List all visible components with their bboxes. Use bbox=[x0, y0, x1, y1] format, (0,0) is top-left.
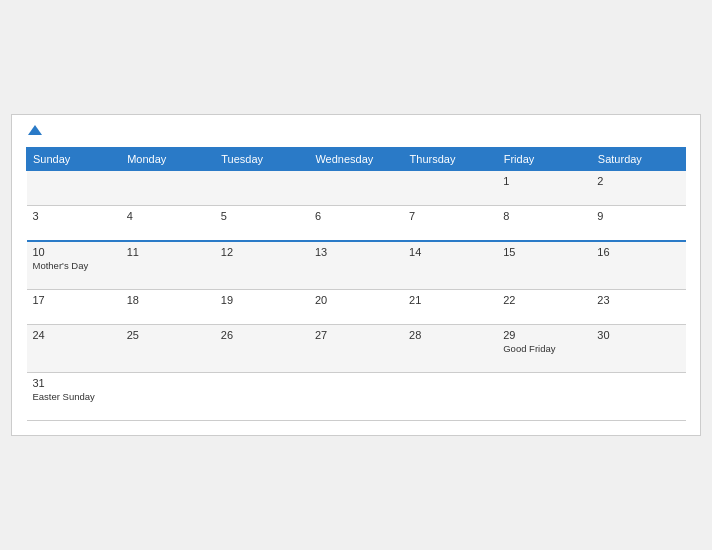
day-number: 31 bbox=[33, 377, 115, 389]
day-number: 14 bbox=[409, 246, 491, 258]
weekday-header: Friday bbox=[497, 148, 591, 171]
calendar-day-cell bbox=[215, 171, 309, 206]
day-event: Mother's Day bbox=[33, 260, 115, 271]
calendar-day-cell: 17 bbox=[27, 290, 121, 325]
calendar-day-cell: 10Mother's Day bbox=[27, 241, 121, 290]
day-number: 1 bbox=[503, 175, 585, 187]
calendar-day-cell: 13 bbox=[309, 241, 403, 290]
calendar-day-cell: 28 bbox=[403, 325, 497, 373]
calendar-week-row: 12 bbox=[27, 171, 686, 206]
calendar-container: SundayMondayTuesdayWednesdayThursdayFrid… bbox=[11, 114, 701, 436]
day-number: 8 bbox=[503, 210, 585, 222]
calendar-day-cell: 3 bbox=[27, 206, 121, 242]
calendar-day-cell: 2 bbox=[591, 171, 685, 206]
calendar-day-cell bbox=[27, 171, 121, 206]
day-number: 21 bbox=[409, 294, 491, 306]
day-number: 22 bbox=[503, 294, 585, 306]
weekday-header: Wednesday bbox=[309, 148, 403, 171]
calendar-day-cell bbox=[403, 171, 497, 206]
calendar-day-cell: 15 bbox=[497, 241, 591, 290]
logo-triangle-icon bbox=[28, 125, 42, 135]
day-number: 15 bbox=[503, 246, 585, 258]
day-event: Good Friday bbox=[503, 343, 585, 354]
day-number: 24 bbox=[33, 329, 115, 341]
calendar-day-cell: 18 bbox=[121, 290, 215, 325]
weekday-header: Monday bbox=[121, 148, 215, 171]
calendar-day-cell: 23 bbox=[591, 290, 685, 325]
logo bbox=[26, 127, 42, 137]
day-number: 19 bbox=[221, 294, 303, 306]
calendar-day-cell: 4 bbox=[121, 206, 215, 242]
day-number: 6 bbox=[315, 210, 397, 222]
calendar-day-cell: 27 bbox=[309, 325, 403, 373]
day-number: 25 bbox=[127, 329, 209, 341]
day-number: 16 bbox=[597, 246, 679, 258]
calendar-body: 12345678910Mother's Day11121314151617181… bbox=[27, 171, 686, 421]
calendar-header bbox=[26, 127, 686, 137]
day-number: 4 bbox=[127, 210, 209, 222]
calendar-day-cell: 19 bbox=[215, 290, 309, 325]
day-number: 2 bbox=[597, 175, 679, 187]
day-number: 26 bbox=[221, 329, 303, 341]
weekday-header: Thursday bbox=[403, 148, 497, 171]
calendar-day-cell: 5 bbox=[215, 206, 309, 242]
day-number: 23 bbox=[597, 294, 679, 306]
day-number: 18 bbox=[127, 294, 209, 306]
day-number: 11 bbox=[127, 246, 209, 258]
day-number: 27 bbox=[315, 329, 397, 341]
day-number: 13 bbox=[315, 246, 397, 258]
day-number: 30 bbox=[597, 329, 679, 341]
day-number: 3 bbox=[33, 210, 115, 222]
weekday-header: Tuesday bbox=[215, 148, 309, 171]
calendar-day-cell: 16 bbox=[591, 241, 685, 290]
calendar-day-cell: 8 bbox=[497, 206, 591, 242]
calendar-day-cell: 29Good Friday bbox=[497, 325, 591, 373]
calendar-day-cell: 11 bbox=[121, 241, 215, 290]
calendar-day-cell bbox=[215, 373, 309, 421]
calendar-day-cell bbox=[497, 373, 591, 421]
calendar-day-cell bbox=[591, 373, 685, 421]
calendar-day-cell: 21 bbox=[403, 290, 497, 325]
calendar-day-cell bbox=[121, 373, 215, 421]
day-number: 29 bbox=[503, 329, 585, 341]
weekday-header: Saturday bbox=[591, 148, 685, 171]
calendar-table: SundayMondayTuesdayWednesdayThursdayFrid… bbox=[26, 147, 686, 421]
calendar-day-cell: 7 bbox=[403, 206, 497, 242]
calendar-week-row: 10Mother's Day111213141516 bbox=[27, 241, 686, 290]
calendar-day-cell: 26 bbox=[215, 325, 309, 373]
calendar-day-cell bbox=[309, 373, 403, 421]
day-number: 28 bbox=[409, 329, 491, 341]
calendar-day-cell: 22 bbox=[497, 290, 591, 325]
calendar-day-cell bbox=[309, 171, 403, 206]
day-event: Easter Sunday bbox=[33, 391, 115, 402]
calendar-day-cell bbox=[121, 171, 215, 206]
calendar-week-row: 31Easter Sunday bbox=[27, 373, 686, 421]
weekday-header: Sunday bbox=[27, 148, 121, 171]
calendar-week-row: 3456789 bbox=[27, 206, 686, 242]
calendar-day-cell: 12 bbox=[215, 241, 309, 290]
calendar-day-cell: 24 bbox=[27, 325, 121, 373]
calendar-day-cell bbox=[403, 373, 497, 421]
calendar-day-cell: 31Easter Sunday bbox=[27, 373, 121, 421]
calendar-day-cell: 1 bbox=[497, 171, 591, 206]
day-number: 17 bbox=[33, 294, 115, 306]
day-number: 10 bbox=[33, 246, 115, 258]
day-number: 9 bbox=[597, 210, 679, 222]
day-number: 7 bbox=[409, 210, 491, 222]
calendar-day-cell: 25 bbox=[121, 325, 215, 373]
calendar-day-cell: 14 bbox=[403, 241, 497, 290]
calendar-day-cell: 20 bbox=[309, 290, 403, 325]
day-number: 5 bbox=[221, 210, 303, 222]
calendar-week-row: 242526272829Good Friday30 bbox=[27, 325, 686, 373]
day-number: 12 bbox=[221, 246, 303, 258]
day-number: 20 bbox=[315, 294, 397, 306]
calendar-day-cell: 9 bbox=[591, 206, 685, 242]
calendar-day-cell: 30 bbox=[591, 325, 685, 373]
calendar-week-row: 17181920212223 bbox=[27, 290, 686, 325]
calendar-day-cell: 6 bbox=[309, 206, 403, 242]
weekday-header-row: SundayMondayTuesdayWednesdayThursdayFrid… bbox=[27, 148, 686, 171]
